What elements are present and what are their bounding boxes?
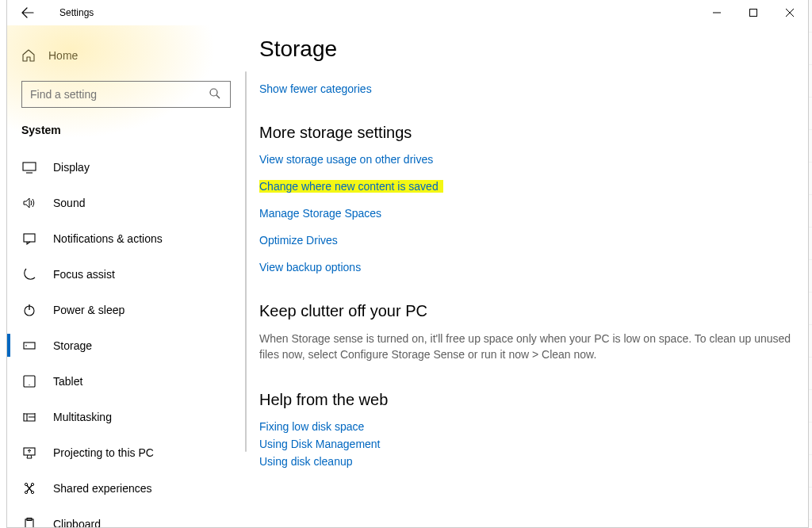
search-input[interactable] (21, 81, 231, 108)
sidebar-item-storage[interactable]: Storage (7, 327, 245, 363)
sidebar-item-display[interactable]: Display (7, 149, 245, 185)
svg-rect-2 (23, 163, 36, 170)
help-from-web-heading: Help from the web (259, 391, 794, 409)
close-button[interactable] (772, 0, 808, 25)
sidebar-item-projecting[interactable]: Projecting to this PC (7, 434, 245, 470)
using-disk-cleanup-link[interactable]: Using disk cleanup (259, 455, 353, 468)
display-icon (21, 159, 37, 175)
shared-experiences-icon (21, 480, 37, 496)
sidebar-item-sound[interactable]: Sound (7, 185, 245, 220)
manage-storage-spaces-link[interactable]: Manage Storage Spaces (259, 207, 381, 220)
close-icon (786, 9, 794, 17)
sidebar-item-multitasking[interactable]: Multitasking (7, 399, 245, 434)
nav-list: Display Sound Notifications & actions (7, 149, 245, 527)
change-where-content-saved-link[interactable]: Change where new content is saved (259, 180, 443, 193)
svg-point-10 (31, 483, 33, 485)
keep-clutter-heading: Keep clutter off your PC (259, 302, 794, 320)
sidebar-item-label: Clipboard (53, 518, 101, 528)
help-links: Fixing low disk space Using Disk Managem… (259, 420, 794, 468)
sidebar-item-label: Sound (53, 197, 85, 209)
focus-assist-icon (21, 266, 37, 282)
svg-point-12 (31, 491, 33, 493)
sound-icon (21, 195, 37, 211)
svg-point-6 (25, 345, 27, 346)
arrow-left-icon (21, 6, 34, 19)
view-backup-options-link[interactable]: View backup options (259, 261, 361, 274)
view-storage-usage-link[interactable]: View storage usage on other drives (259, 153, 433, 166)
home-button[interactable]: Home (7, 40, 245, 71)
more-storage-settings-heading: More storage settings (259, 124, 794, 142)
sidebar-item-label: Multitasking (53, 411, 112, 423)
sidebar-item-label: Display (53, 161, 90, 174)
sidebar-item-tablet[interactable]: Tablet (7, 363, 245, 399)
svg-rect-3 (24, 234, 35, 242)
sidebar-item-label: Tablet (53, 375, 82, 388)
svg-rect-5 (24, 342, 35, 349)
sidebar-item-label: Storage (53, 339, 92, 352)
window-title: Settings (59, 7, 94, 18)
sidebar-item-label: Projecting to this PC (53, 446, 154, 459)
fixing-low-disk-space-link[interactable]: Fixing low disk space (259, 420, 364, 433)
sidebar-item-label: Notifications & actions (53, 232, 163, 245)
sidebar: Home System Display (7, 25, 245, 527)
using-disk-management-link[interactable]: Using Disk Management (259, 438, 381, 450)
minimize-button[interactable] (699, 0, 735, 25)
sidebar-item-power-sleep[interactable]: Power & sleep (7, 292, 245, 327)
home-icon (21, 48, 36, 63)
tablet-icon (21, 373, 37, 389)
search-wrap (7, 71, 245, 108)
maximize-icon (749, 9, 757, 17)
sidebar-item-notifications[interactable]: Notifications & actions (7, 220, 245, 256)
home-label: Home (48, 49, 78, 62)
storage-icon (21, 338, 37, 354)
sidebar-item-focus-assist[interactable]: Focus assist (7, 256, 245, 292)
svg-rect-0 (750, 10, 757, 17)
more-storage-links: View storage usage on other drives Chang… (259, 153, 794, 274)
titlebar: Settings (7, 0, 808, 25)
minimize-icon (713, 9, 721, 17)
sidebar-item-label: Focus assist (53, 268, 115, 281)
category-label: System (7, 108, 245, 141)
notifications-icon (21, 231, 37, 247)
projecting-icon (21, 445, 37, 461)
sidebar-item-clipboard[interactable]: Clipboard (7, 506, 245, 527)
settings-window: Settings Home Sys (6, 0, 809, 528)
window-controls (699, 0, 808, 25)
optimize-drives-link[interactable]: Optimize Drives (259, 234, 338, 247)
maximize-button[interactable] (735, 0, 772, 25)
svg-point-9 (25, 483, 27, 485)
keep-clutter-desc: When Storage sense is turned on, it'll f… (259, 331, 794, 362)
sidebar-item-shared-experiences[interactable]: Shared experiences (7, 470, 245, 506)
clipboard-icon (21, 516, 37, 528)
sidebar-item-label: Power & sleep (53, 304, 124, 316)
show-fewer-categories-link[interactable]: Show fewer categories (259, 82, 372, 95)
window-body: Home System Display (7, 25, 808, 527)
svg-point-11 (25, 491, 27, 493)
power-icon (21, 302, 37, 318)
main-content: Storage Show fewer categories More stora… (245, 25, 808, 527)
sidebar-item-label: Shared experiences (53, 482, 152, 495)
back-button[interactable] (18, 3, 37, 22)
page-title: Storage (259, 36, 794, 62)
multitasking-icon (21, 409, 37, 425)
